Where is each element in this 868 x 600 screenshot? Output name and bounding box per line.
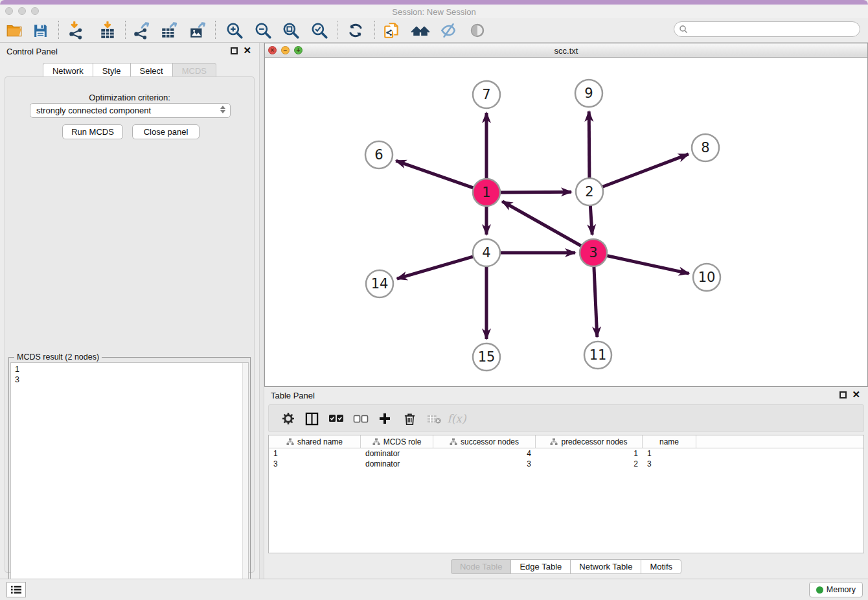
optimization-criterion-label: Optimization criterion: xyxy=(5,93,254,102)
zoom-selected-icon[interactable] xyxy=(308,19,330,41)
settings-icon[interactable] xyxy=(278,408,299,430)
column-header-shared-name[interactable]: shared name xyxy=(269,435,361,448)
home-layout-icon[interactable] xyxy=(409,19,431,41)
fx-label: f(x) xyxy=(447,412,466,425)
svg-text:3: 3 xyxy=(589,245,597,260)
column-tree-icon xyxy=(450,438,457,446)
zoom-fit-icon[interactable] xyxy=(280,19,302,41)
run-mcds-button[interactable]: Run MCDS xyxy=(62,124,123,139)
node-table: shared nameMCDS rolesuccessor nodesprede… xyxy=(268,435,864,553)
graph-node-4[interactable]: 4 xyxy=(473,239,500,266)
close-panel-icon[interactable]: ✕ xyxy=(243,45,251,56)
graph-node-14[interactable]: 14 xyxy=(366,270,393,297)
graph-edge-3-10[interactable] xyxy=(607,256,689,274)
graph-node-11[interactable]: 11 xyxy=(584,341,611,369)
graph-node-10[interactable]: 10 xyxy=(693,264,720,291)
deselect-all-rows-icon[interactable] xyxy=(350,408,371,430)
status-bar: Memory xyxy=(0,579,868,600)
panel-splitter[interactable] xyxy=(259,43,264,579)
tab-edge-table[interactable]: Edge Table xyxy=(510,559,570,574)
table-row[interactable]: 1dominator411 xyxy=(269,448,863,459)
tab-network-table[interactable]: Network Table xyxy=(570,559,641,574)
graph-node-3[interactable]: 3 xyxy=(580,239,607,266)
toolbar-separator xyxy=(215,21,216,39)
clone-network-icon[interactable] xyxy=(381,19,403,41)
tab-motifs[interactable]: Motifs xyxy=(641,559,681,574)
graph-node-1[interactable]: 1 xyxy=(473,179,500,206)
graph-edge-2-3[interactable] xyxy=(590,205,592,235)
table-cell[interactable]: 3 xyxy=(433,459,536,468)
delete-table-icon[interactable] xyxy=(424,408,444,430)
column-header-name[interactable]: name xyxy=(643,435,696,448)
table-tabs: Node TableEdge TableNetwork TableMotifs xyxy=(264,559,868,574)
network-window: × − + scc.txt 7968124314101511 xyxy=(264,43,868,387)
graph-edge-1-2[interactable] xyxy=(500,192,571,192)
graph-edge-2-8[interactable] xyxy=(602,154,689,187)
table-cell[interactable]: 1 xyxy=(269,449,361,458)
mcds-result-textarea[interactable]: 13 xyxy=(10,362,249,600)
graph-edge-2-9[interactable] xyxy=(589,111,589,178)
svg-text:2: 2 xyxy=(585,184,593,200)
graph-node-7[interactable]: 7 xyxy=(473,81,500,108)
export-image-icon[interactable] xyxy=(187,19,209,41)
network-window-title: scc.txt xyxy=(265,46,867,56)
tab-node-table[interactable]: Node Table xyxy=(451,559,511,574)
table-cell[interactable]: dominator xyxy=(361,459,433,468)
float-table-panel-icon[interactable] xyxy=(839,391,847,398)
export-table-icon[interactable] xyxy=(158,19,180,41)
float-panel-icon[interactable] xyxy=(231,47,238,54)
task-history-button[interactable] xyxy=(6,582,26,597)
open-session-icon[interactable] xyxy=(3,19,25,41)
search-field xyxy=(674,21,860,37)
result-scrollbar[interactable] xyxy=(242,363,248,600)
table-cell[interactable]: 1 xyxy=(536,449,643,458)
graph-node-15[interactable]: 15 xyxy=(473,343,500,371)
import-network-icon[interactable] xyxy=(65,19,87,41)
memory-status-icon xyxy=(816,586,823,594)
window-accent-strip xyxy=(0,0,868,5)
zoom-in-icon[interactable] xyxy=(223,19,246,41)
select-all-rows-icon[interactable] xyxy=(326,408,347,430)
graph-node-9[interactable]: 9 xyxy=(575,80,602,107)
export-network-icon[interactable] xyxy=(130,19,152,41)
table-row[interactable]: 3dominator323 xyxy=(269,459,863,469)
graph-edge-1-6[interactable] xyxy=(396,161,474,188)
function-builder-icon[interactable]: f(x) xyxy=(446,408,467,430)
add-column-icon[interactable] xyxy=(374,408,395,430)
table-cell[interactable]: dominator xyxy=(361,449,433,458)
show-hide-icon[interactable] xyxy=(466,19,488,41)
graph-edge-3-1[interactable] xyxy=(502,202,581,246)
svg-text:8: 8 xyxy=(701,140,709,156)
svg-text:4: 4 xyxy=(482,245,490,260)
graph-node-8[interactable]: 8 xyxy=(692,134,719,161)
delete-column-icon[interactable] xyxy=(399,408,420,430)
criterion-select[interactable]: strongly connected component xyxy=(30,103,231,118)
graph-node-6[interactable]: 6 xyxy=(365,141,393,168)
table-cell[interactable]: 3 xyxy=(269,459,361,468)
select-stepper-icon xyxy=(220,106,225,113)
refresh-layout-icon[interactable] xyxy=(345,19,367,41)
column-header-predecessor-nodes[interactable]: predecessor nodes xyxy=(536,435,643,448)
table-panel-title: Table Panel xyxy=(271,391,315,400)
graph-edge-3-11[interactable] xyxy=(594,266,597,337)
graph-edge-4-14[interactable] xyxy=(397,257,474,279)
save-session-icon[interactable] xyxy=(29,19,51,41)
graph-node-2[interactable]: 2 xyxy=(576,178,603,205)
table-cell[interactable]: 2 xyxy=(536,459,643,468)
columns-icon[interactable] xyxy=(301,408,322,430)
network-canvas-svg[interactable]: 7968124314101511 xyxy=(265,58,867,386)
table-cell[interactable]: 3 xyxy=(643,459,696,468)
visual-mapping-icon[interactable] xyxy=(437,19,459,41)
control-panel: Control Panel ✕ NetworkStyleSelectMCDS O… xyxy=(0,43,259,579)
column-header-successor-nodes[interactable]: successor nodes xyxy=(433,435,536,448)
import-table-icon[interactable] xyxy=(97,19,119,41)
table-cell[interactable]: 1 xyxy=(643,449,696,458)
close-panel-button[interactable]: Close panel xyxy=(132,124,200,139)
memory-button[interactable]: Memory xyxy=(809,582,863,597)
network-window-titlebar[interactable]: × − + scc.txt xyxy=(265,43,867,58)
close-table-panel-icon[interactable]: ✕ xyxy=(852,389,860,400)
zoom-out-icon[interactable] xyxy=(252,19,274,41)
search-input[interactable] xyxy=(691,25,860,34)
column-header-MCDS-role[interactable]: MCDS role xyxy=(361,435,433,448)
table-cell[interactable]: 4 xyxy=(433,449,536,458)
